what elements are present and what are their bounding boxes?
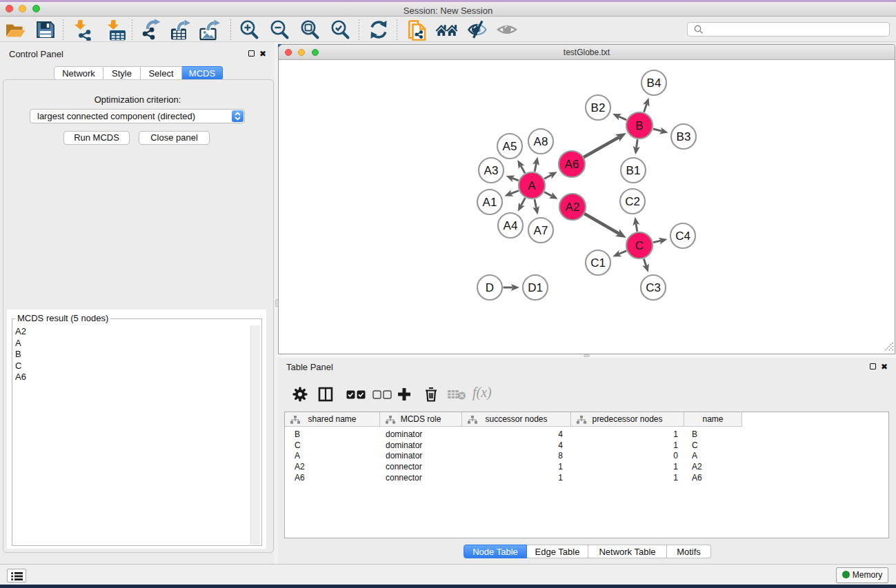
svg-text:A1: A1: [483, 196, 497, 209]
svg-text:B: B: [635, 119, 643, 132]
svg-text:C3: C3: [646, 281, 661, 294]
svg-text:A2: A2: [566, 201, 580, 214]
svg-text:B4: B4: [647, 77, 661, 90]
svg-text:B1: B1: [626, 164, 641, 177]
svg-text:A6: A6: [565, 158, 579, 171]
svg-text:A7: A7: [534, 224, 548, 237]
svg-text:A4: A4: [504, 219, 518, 232]
svg-text:A5: A5: [503, 140, 517, 153]
svg-text:A: A: [528, 179, 536, 192]
svg-text:C4: C4: [675, 230, 690, 243]
svg-text:D: D: [486, 281, 494, 294]
svg-text:B2: B2: [591, 101, 606, 114]
svg-text:C: C: [635, 239, 644, 252]
svg-text:D1: D1: [528, 281, 543, 294]
svg-text:B3: B3: [677, 130, 691, 143]
svg-text:A3: A3: [484, 164, 499, 177]
svg-text:C1: C1: [590, 256, 606, 270]
svg-text:C2: C2: [625, 195, 640, 208]
svg-text:A8: A8: [534, 135, 548, 148]
